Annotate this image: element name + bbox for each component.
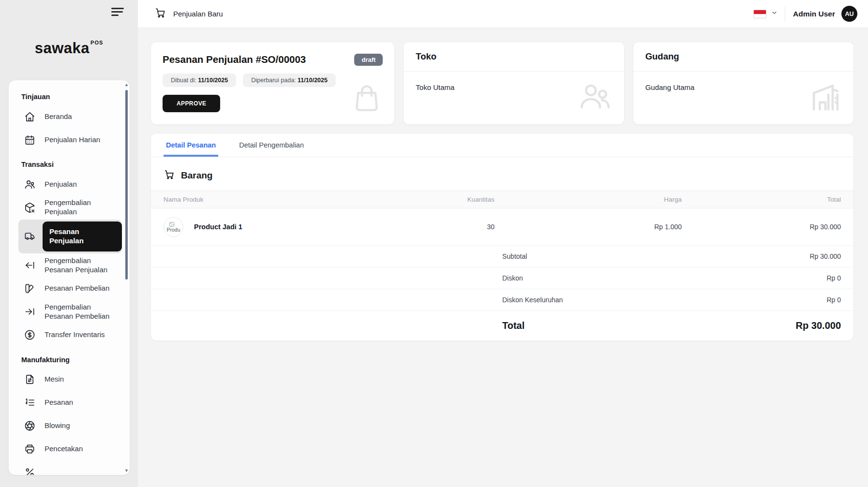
- sidebar-scrollbar[interactable]: ▲ ▼: [125, 84, 128, 471]
- sidebar-item-pencetakan[interactable]: Pencetakan: [18, 438, 122, 460]
- sidebar-item-label: Transfer Inventaris: [45, 330, 108, 339]
- main-content: Pesanan Penjualan #SO/00003 draft Dibuat…: [138, 28, 868, 487]
- sidebar-item-pesanan-pembelian[interactable]: Pesanan Pembelian: [18, 278, 122, 300]
- tab-detail-pengembalian[interactable]: Detail Pengembalian: [237, 133, 306, 157]
- chevron-down-icon[interactable]: [771, 9, 778, 18]
- summary-row: SubtotalRp 30.000: [151, 246, 853, 267]
- summary-row: DiskonRp 0: [151, 267, 853, 289]
- sidebar-item-label: Blowing: [45, 421, 73, 430]
- swatch-icon: [22, 283, 37, 294]
- sidebar-item-penjualan-harian[interactable]: Penjualan Harian: [18, 129, 122, 151]
- column-header: Kuantitas: [383, 196, 494, 203]
- column-header: Total: [682, 196, 841, 203]
- scrollbar-thumb[interactable]: [125, 90, 128, 280]
- product-quantity: 30: [383, 223, 494, 231]
- toko-card: Toko Toko Utama: [403, 42, 624, 125]
- product-total: Rp 30.000: [682, 223, 841, 231]
- sidebar-section-label: Transaksi: [21, 161, 122, 168]
- detail-tabs: Detail Pesanan Detail Pengembalian: [151, 133, 853, 157]
- approve-button[interactable]: APPROVE: [163, 95, 220, 112]
- page-title: Penjualan Baru: [173, 10, 223, 18]
- scroll-up-icon[interactable]: ▲: [124, 82, 129, 87]
- calendar-icon: [22, 134, 37, 146]
- grand-total-value: Rp 30.000: [796, 320, 841, 331]
- shopping-bag-icon: [351, 82, 382, 115]
- cart-icon: [155, 7, 166, 20]
- sidebar-item-blowing[interactable]: Blowing: [18, 415, 122, 437]
- sidebar-item-label: Pengembalian Penjualan: [45, 198, 122, 217]
- users-icon: [22, 179, 37, 190]
- sidebar-item-pesanan[interactable]: Pesanan: [18, 392, 122, 414]
- summary-row: Diskon KeseluruhanRp 0: [151, 289, 853, 311]
- sidebar-item-pengembalian-penjualan[interactable]: Pengembalian Penjualan: [18, 196, 122, 219]
- package-x-icon: [22, 202, 37, 213]
- column-header: Nama Produk: [164, 196, 383, 203]
- sidebar-item-label: Penjualan Harian: [45, 135, 103, 145]
- breadcrumb: Penjualan Baru: [155, 7, 223, 20]
- home-icon: [22, 111, 37, 122]
- percent-icon: [22, 467, 37, 475]
- product-name: Product Jadi 1: [194, 223, 242, 231]
- user-name[interactable]: Admin User: [793, 10, 835, 18]
- grand-total-row: Total Rp 30.000: [151, 311, 853, 340]
- aperture-icon: [22, 420, 37, 431]
- product-image-alt: Produ: [166, 227, 180, 233]
- sidebar-item-partial[interactable]: [18, 461, 122, 475]
- sidebar-item-transfer-inventaris[interactable]: Transfer Inventaris: [18, 324, 122, 346]
- product-image-placeholder: Produ: [164, 217, 183, 237]
- sidebar-item-pengembalian-pesanan-pembelian[interactable]: Pengembalian Pesanan Pembelian: [18, 301, 122, 323]
- toko-card-title: Toko: [416, 51, 612, 62]
- items-table-header: Nama ProdukKuantitasHargaTotal: [151, 191, 853, 208]
- brand-logo: sawakaPOS: [0, 40, 138, 57]
- brand-logo-text: sawakaPOS: [35, 40, 104, 57]
- tab-detail-pesanan[interactable]: Detail Pesanan: [164, 133, 218, 157]
- dollar-icon: [22, 329, 37, 340]
- scroll-down-icon[interactable]: ▼: [124, 468, 129, 473]
- sidebar-item-penjualan[interactable]: Penjualan: [18, 173, 122, 195]
- order-detail-card: Detail Pesanan Detail Pengembalian Baran…: [150, 133, 854, 341]
- sidebar-item-label: Beranda: [45, 112, 75, 121]
- sidebar-item-label: Penjualan: [45, 180, 80, 189]
- created-date-badge: Dibuat di: 11/10/2025: [163, 74, 236, 87]
- sidebar-item-label: Pesanan Pembelian: [45, 284, 112, 293]
- table-row: ProduProduct Jadi 130Rp 1.000Rp 30.000: [151, 208, 853, 246]
- sidebar-item-pengembalian-pesanan-penjualan[interactable]: Pengembalian Pesanan Penjualan: [18, 254, 122, 277]
- summary-value: Rp 30.000: [809, 252, 841, 260]
- sidebar-toggle-button[interactable]: [111, 8, 124, 17]
- list-ordered-icon: [22, 397, 37, 408]
- summary-value: Rp 0: [826, 274, 841, 282]
- column-header: Harga: [494, 196, 682, 203]
- updated-date-badge: Diperbarui pada: 11/10/2025: [243, 74, 336, 87]
- status-badge: draft: [354, 54, 383, 66]
- sidebar-item-label: Mesin: [45, 375, 67, 384]
- truck-icon: [22, 231, 37, 242]
- cart-icon: [164, 169, 175, 182]
- order-title: Pesanan Penjualan #SO/00003: [163, 54, 383, 65]
- sidebar-section-label: Manufakturing: [21, 356, 122, 364]
- order-summary-card: Pesanan Penjualan #SO/00003 draft Dibuat…: [150, 42, 395, 125]
- toko-value: Toko Utama: [404, 72, 624, 103]
- sidebar-item-label: Pesanan: [45, 398, 76, 407]
- summary-value: Rp 0: [826, 296, 841, 304]
- avatar[interactable]: AU: [841, 6, 857, 22]
- file-arrows-icon: [22, 374, 37, 385]
- printer-icon: [22, 443, 37, 455]
- sidebar-item-label: Pengembalian Pesanan Penjualan: [45, 256, 122, 275]
- product-price: Rp 1.000: [494, 223, 682, 231]
- sidebar-item-label: Pencetakan: [45, 444, 86, 454]
- language-flag-indonesia[interactable]: [753, 10, 766, 18]
- topbar-divider: [785, 7, 785, 21]
- sidebar-item-mesin[interactable]: Mesin: [18, 369, 122, 391]
- arrow-right-bar-icon: [22, 306, 37, 317]
- sidebar-menu: TinjauanBerandaPenjualan HarianTransaksi…: [9, 80, 130, 475]
- topbar: Penjualan Baru Admin User AU: [138, 0, 868, 28]
- sidebar: sawakaPOS TinjauanBerandaPenjualan Haria…: [0, 0, 138, 487]
- gudang-card: Gudang Gudang Utama: [633, 42, 854, 125]
- gudang-value: Gudang Utama: [633, 72, 853, 103]
- sidebar-item-beranda[interactable]: Beranda: [18, 105, 122, 128]
- summary-label: Diskon: [502, 274, 523, 282]
- sidebar-item-pesanan-penjualan[interactable]: Pesanan Penjualan: [18, 220, 122, 253]
- sidebar-section-label: Tinjauan: [21, 93, 122, 101]
- summary-label: Diskon Keseluruhan: [502, 296, 563, 304]
- items-section-title: Barang: [181, 170, 212, 181]
